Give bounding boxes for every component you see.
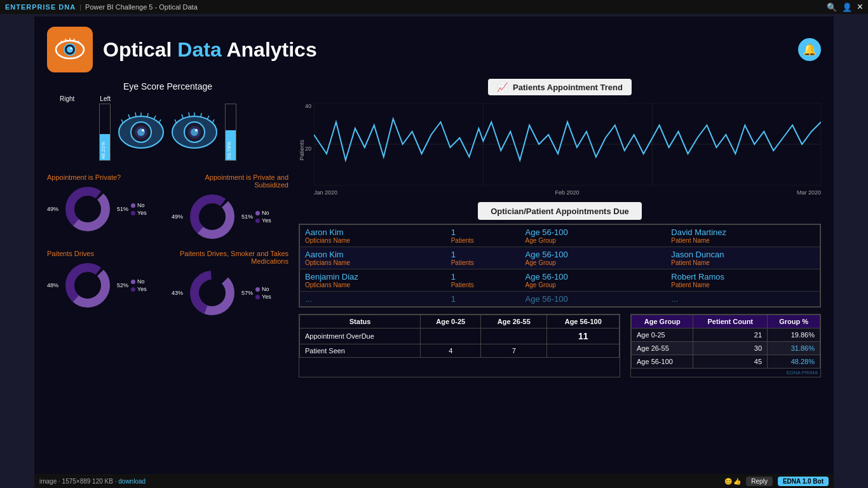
apt-sub-no-pct: 51%: [241, 214, 253, 220]
ag-count-1: 21: [693, 329, 768, 342]
status-age0-2: 4: [421, 344, 481, 358]
status-row-2: Patient Seen 4 7: [300, 344, 620, 358]
appt-optician-3: Benjamin Diaz Opticians Name: [305, 272, 449, 288]
title-separator: |: [79, 3, 81, 11]
svg-line-31: [207, 116, 209, 119]
title-o: O: [103, 38, 119, 61]
col-age-56-100: Age 56-100: [547, 315, 620, 329]
appt-agegroup-3: Age 56-100 Age Group: [526, 272, 669, 288]
appointment-subsidized-section: Appointment is Private and Subsidized 49…: [172, 173, 288, 242]
svg-line-18: [147, 113, 148, 117]
window-title: Power BI Challenge 5 - Optical Data: [85, 3, 198, 11]
ag-row-3: Age 56-100 45 48.28%: [632, 355, 820, 369]
left-label: Left: [100, 95, 111, 102]
table-row: Aaron Kim Opticians Name 1 Patients Age …: [300, 225, 820, 247]
logo: [47, 27, 93, 72]
apt-sub-donut: [187, 191, 238, 242]
legend-yes4: Yes: [262, 294, 271, 300]
status-label-2: Patient Seen: [300, 344, 421, 358]
eye-score-section: Eye Score Percentage Right Left 46.21%: [47, 79, 288, 163]
svg-line-5: [65, 39, 66, 41]
ag-group-2: Age 26-55: [632, 342, 693, 355]
title-ptical: ptical: [119, 38, 177, 61]
reply-button[interactable]: Reply: [746, 477, 773, 486]
ag-pct-2: 31.86%: [768, 342, 820, 355]
ag-col-2: Petient Count: [693, 315, 768, 329]
left-panel: Eye Score Percentage Right Left 46.21%: [47, 79, 288, 471]
bottom-bar: image · 1575×889 120 KB · download 😊 👍 R…: [34, 474, 834, 488]
appt-patientname-1: David Martinez Patient Name: [671, 227, 815, 244]
legend-yes2: Yes: [262, 217, 271, 224]
ag-group-1: Age 0-25: [632, 329, 693, 342]
appt-agegroup-4: Age 56-100: [526, 294, 669, 304]
ag-pct-1: 19.86%: [768, 329, 820, 342]
dashboard: Optical Data Analytics 🔔 Eye Score Perce…: [34, 17, 834, 479]
status-row-1: Appointment OverDue 11: [300, 329, 620, 344]
eye-score-title: Eye Score Percentage: [47, 81, 288, 92]
titlebar: ENTERPRISE DNA | Power BI Challenge 5 - …: [0, 0, 868, 14]
ag-count-3: 45: [693, 355, 768, 369]
pds-no-pct: 57%: [241, 290, 253, 296]
notification-button[interactable]: 🔔: [798, 38, 821, 61]
ag-col-3: Group %: [768, 315, 820, 329]
legend-yes3: Yes: [137, 286, 147, 292]
svg-line-27: [182, 114, 183, 118]
svg-line-7: [74, 39, 74, 41]
header: Optical Data Analytics 🔔: [34, 17, 834, 79]
ag-row-2: Age 26-55 30 31.86%: [632, 342, 820, 355]
appt-patientname-2: Jason Duncan Patient Name: [671, 250, 815, 266]
appointment-private-section: Appointment is Private? 49%: [47, 173, 164, 242]
appt-agegroup-1: Age 56-100 Age Group: [526, 227, 669, 244]
trend-y-label: Patients: [299, 140, 305, 161]
appt-patients-4: 1: [451, 294, 523, 304]
eye-score-body: 46.21%: [47, 104, 288, 161]
left-pct-bar: 53.79%: [226, 142, 232, 159]
appt-agegroup-2: Age 56-100 Age Group: [526, 250, 669, 266]
right-panel: 📈 Patients Appointment Trend Patients 40…: [299, 79, 821, 471]
search-icon[interactable]: 🔍: [827, 3, 837, 12]
user-icon[interactable]: 👤: [842, 3, 852, 12]
trend-header: 📈 Patients Appointment Trend: [488, 79, 632, 95]
patients-drives-smoker-donut: [187, 268, 238, 318]
apt-sub-legend: No Yes: [255, 210, 271, 224]
close-button[interactable]: ×: [857, 1, 863, 13]
download-link[interactable]: download: [118, 478, 146, 485]
status-age26-1: [481, 329, 547, 344]
appointment-private-chart: 49% 51%: [47, 184, 164, 234]
legend-no: No: [137, 202, 145, 208]
appt-patientname-3: Robert Ramos Patient Name: [671, 272, 815, 288]
eye-labels: Right Left: [60, 95, 288, 102]
bottom-donut-row: Paitents Drives 48% 52%: [47, 250, 288, 318]
right-label: Right: [60, 95, 74, 102]
y-mid: 20: [305, 146, 311, 152]
pd-legend: No Yes: [131, 278, 147, 292]
trend-title: Patients Appointment Trend: [513, 83, 623, 92]
status-age56-1: 11: [547, 329, 620, 344]
svg-point-35: [75, 196, 100, 222]
bottom-section: Status Age 0-25 Age 26-55 Age 56-100 App…: [299, 314, 821, 377]
patients-drives-smoker-chart: 43% 57%: [172, 268, 288, 318]
table-row: ... 1 Age 56-100 ...: [300, 292, 820, 306]
appt-optician-4: ...: [305, 294, 449, 304]
status-table: Status Age 0-25 Age 26-55 Age 56-100 App…: [299, 314, 620, 377]
appt-patients-3: 1 Patients: [451, 272, 523, 288]
x-label-mar: Mar 2020: [797, 189, 821, 196]
svg-line-15: [128, 114, 130, 118]
status-age26-2: 7: [481, 344, 547, 358]
appointments-due-title: Optician/Patient Appointments Due: [491, 207, 629, 216]
emoji-reactions[interactable]: 😊 👍: [724, 478, 742, 485]
patients-drives-section: Paitents Drives 48% 52%: [47, 250, 164, 318]
table-row: Benjamin Diaz Opticians Name 1 Patients …: [300, 269, 820, 292]
appointments-due-section: Optician/Patient Appointments Due Aaron …: [299, 202, 821, 308]
watermark: EDNA PRIMA: [631, 369, 820, 377]
enterprise-dna-label: ENTERPRISE DNA: [5, 3, 76, 11]
chart-icon: 📈: [497, 82, 508, 92]
apt-priv-legend: No Yes: [131, 202, 147, 216]
image-info: image · 1575×889 120 KB · download: [39, 478, 146, 485]
header-title: Optical Data Analytics: [103, 38, 317, 62]
ag-count-2: 30: [693, 342, 768, 355]
right-pct-bar: 46.21%: [100, 142, 106, 159]
appointment-private-title: Appointment is Private?: [47, 173, 164, 181]
appointments-table: Aaron Kim Opticians Name 1 Patients Age …: [299, 224, 821, 308]
x-label-feb: Feb 2020: [555, 189, 579, 196]
